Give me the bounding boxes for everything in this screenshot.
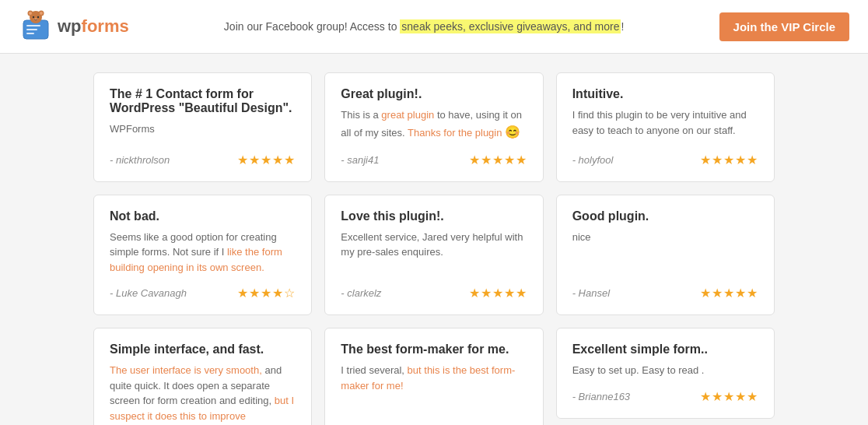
review-footer: - nickthrolson ★★★★★: [110, 153, 296, 167]
reviews-section: The # 1 Contact form for WordPress "Beau…: [0, 54, 868, 425]
review-body: Easy to set up. Easy to read .: [572, 363, 758, 378]
site-header: wpforms Join our Facebook group! Access …: [0, 0, 868, 54]
svg-point-6: [29, 12, 32, 15]
review-card: The # 1 Contact form for WordPress "Beau…: [93, 72, 312, 182]
star-rating: ★★★★★: [237, 153, 296, 167]
review-footer: - Brianne163 ★★★★★: [572, 389, 758, 404]
svg-point-9: [33, 16, 34, 18]
review-body: This is a great plugin to have, using it…: [341, 107, 527, 142]
star-rating: ★★★★★: [700, 389, 758, 404]
star-rating: ★★★★★: [469, 286, 527, 300]
review-title: Not bad.: [110, 209, 296, 223]
review-title: Great plugin!.: [341, 87, 527, 101]
review-card: Intuitive. I find this plugin to be very…: [556, 72, 775, 182]
review-card: Excellent simple form.. Easy to set up. …: [556, 328, 775, 419]
message-prefix: Join our Facebook group! Access to: [224, 20, 400, 33]
svg-rect-3: [26, 33, 34, 34]
reviewer-name: - holyfool: [572, 154, 614, 166]
review-title: Excellent simple form..: [572, 342, 758, 357]
review-body: WPForms: [110, 121, 296, 142]
review-body: The user interface is very smooth, and q…: [110, 363, 296, 425]
review-title: Love this plugin!.: [341, 209, 527, 223]
review-card: Great plugin!. This is a great plugin to…: [324, 72, 543, 182]
review-title: Simple interface, and fast.: [110, 342, 296, 357]
review-title: Good plugin.: [572, 209, 758, 223]
reviewer-name: - nickthrolson: [110, 154, 170, 166]
logo-text: wpforms: [58, 16, 129, 37]
logo: wpforms: [19, 9, 129, 44]
svg-rect-2: [26, 29, 37, 30]
review-footer: - sanji41 ★★★★★: [341, 153, 527, 167]
star-rating: ★★★★★: [700, 286, 758, 300]
star-rating: ★★★★★: [469, 153, 527, 167]
reviewer-name: - Brianne163: [572, 391, 630, 402]
review-title: The # 1 Contact form for WordPress "Beau…: [110, 87, 296, 115]
svg-rect-1: [26, 25, 40, 26]
reviewer-name: - Luke Cavanagh: [110, 287, 187, 299]
svg-point-8: [40, 12, 43, 15]
vip-button[interactable]: Join the VIP Circle: [719, 12, 849, 41]
review-body: I tried several, but this is the best fo…: [341, 363, 527, 425]
review-title: The best form-maker for me.: [341, 342, 527, 357]
review-card: Not bad. Seems like a good option for cr…: [93, 195, 312, 316]
review-title: Intuitive.: [572, 87, 758, 101]
header-message: Join our Facebook group! Access to sneak…: [145, 20, 704, 33]
review-body: nice: [572, 230, 758, 276]
message-highlight: sneak peeks, exclusive giveaways, and mo…: [400, 19, 621, 33]
logo-bear-icon: [19, 9, 53, 44]
review-footer: - Hansel ★★★★★: [572, 286, 758, 300]
star-rating: ★★★★★: [700, 153, 758, 167]
review-body: Seems like a good option for creating si…: [110, 230, 296, 276]
review-body: Excellent service, Jared very helpful wi…: [341, 230, 527, 276]
reviewer-name: - Hansel: [572, 287, 610, 299]
review-body: I find this plugin to be very intuitive …: [572, 107, 758, 142]
reviewer-name: - sanji41: [341, 154, 379, 166]
reviewer-name: - clarkelz: [341, 287, 381, 299]
review-card: Love this plugin!. Excellent service, Ja…: [324, 195, 543, 316]
message-suffix: !: [621, 20, 624, 33]
review-footer: - holyfool ★★★★★: [572, 153, 758, 167]
review-footer: - clarkelz ★★★★★: [341, 286, 527, 300]
review-card: Simple interface, and fast. The user int…: [93, 328, 312, 425]
review-card: The best form-maker for me. I tried seve…: [324, 328, 543, 425]
svg-point-10: [37, 16, 39, 18]
star-rating: ★★★★☆: [237, 286, 296, 300]
review-footer: - Luke Cavanagh ★★★★☆: [110, 286, 296, 300]
reviews-grid: The # 1 Contact form for WordPress "Beau…: [93, 72, 775, 425]
review-card: Good plugin. nice - Hansel ★★★★★: [556, 195, 775, 316]
